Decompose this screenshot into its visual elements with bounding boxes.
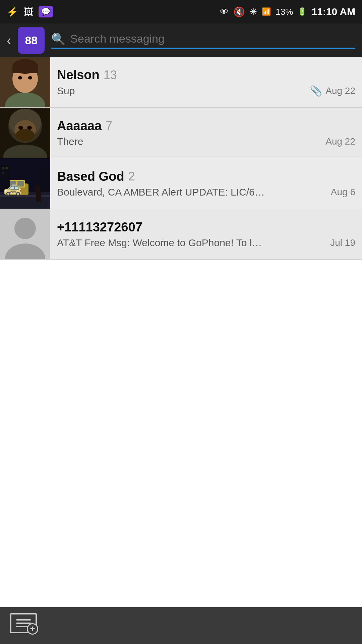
svg-rect-4 [12, 66, 38, 73]
conversation-content: +11113272607 AT&T Free Msg: Welcome to G… [50, 209, 362, 259]
bluetooth-icon: ✳ [250, 7, 257, 17]
conv-bottom: Sup 📎 Aug 22 [57, 85, 355, 97]
status-bar-left-icons: ⚡ 🖼 💬 [7, 6, 53, 17]
eye-icon: 👁 [220, 7, 229, 17]
svg-rect-30 [2, 172, 4, 174]
status-bar: ⚡ 🖼 💬 👁 🔇 ✳ 📶 13% 🔋 11:10 AM [0, 0, 362, 23]
contact-name: Based God [57, 169, 124, 184]
message-preview: Sup [57, 85, 275, 97]
conv-top: Nelson 13 [57, 68, 355, 82]
unread-badge: 88 [18, 27, 45, 54]
bottom-bar [0, 607, 362, 644]
svg-point-5 [18, 76, 22, 79]
contact-name: +11113272607 [57, 220, 142, 234]
svg-point-14 [16, 129, 35, 141]
list-item[interactable]: Aaaaaa 7 There Aug 22 [0, 108, 362, 158]
conversation-content: Based God 2 Boulevard, CA AMBER Alert UP… [50, 158, 362, 209]
compose-button[interactable] [10, 613, 40, 638]
message-preview: AT&T Free Msg: Welcome to GoPhone! To l… [57, 237, 275, 249]
conv-bottom: AT&T Free Msg: Welcome to GoPhone! To l…… [57, 237, 355, 249]
conv-top: Aaaaaa 7 [57, 119, 355, 133]
unread-count: 2 [128, 169, 135, 183]
svg-point-23 [5, 190, 9, 193]
message-date: Aug 6 [331, 187, 355, 198]
conversation-list: Nelson 13 Sup 📎 Aug 22 [0, 57, 362, 260]
avatar [0, 158, 50, 209]
list-item[interactable]: Nelson 13 Sup 📎 Aug 22 [0, 57, 362, 108]
conversation-content: Aaaaaa 7 There Aug 22 [50, 108, 362, 158]
svg-rect-25 [36, 192, 41, 202]
svg-rect-21 [9, 181, 16, 186]
avatar [0, 57, 50, 107]
svg-rect-18 [0, 195, 50, 197]
back-button[interactable]: ‹ [7, 33, 11, 48]
usb-icon: ⚡ [7, 6, 18, 17]
svg-rect-26 [0, 165, 10, 192]
svg-rect-27 [40, 168, 50, 192]
battery-level: 13% [276, 7, 293, 17]
conv-meta: 📎 Aug 22 [310, 85, 355, 97]
app-header: ‹ 88 🔍 [0, 23, 362, 57]
status-time: 11:10 AM [311, 6, 355, 17]
conv-meta: Aug 6 [331, 187, 355, 198]
conv-top: +11113272607 [57, 220, 355, 234]
search-input[interactable] [70, 32, 355, 45]
conv-bottom: There Aug 22 [57, 136, 355, 147]
contact-name: Aaaaaa [57, 119, 102, 133]
status-bar-right-icons: 👁 🔇 ✳ 📶 13% 🔋 11:10 AM [220, 6, 355, 17]
search-bar[interactable]: 🔍 [51, 32, 355, 49]
svg-rect-29 [5, 167, 8, 169]
attachment-icon: 📎 [310, 85, 322, 97]
list-item[interactable]: Based God 2 Boulevard, CA AMBER Alert UP… [0, 158, 362, 209]
svg-point-32 [14, 218, 36, 239]
svg-point-13 [27, 126, 32, 130]
avatar [0, 108, 50, 158]
svg-rect-28 [2, 167, 4, 169]
svg-rect-22 [17, 181, 24, 186]
message-preview: Boulevard, CA AMBER Alert UPDATE: LIC/6… [57, 186, 275, 198]
list-item[interactable]: +11113272607 AT&T Free Msg: Welcome to G… [0, 209, 362, 260]
conv-top: Based God 2 [57, 169, 355, 184]
conv-bottom: Boulevard, CA AMBER Alert UPDATE: LIC/6…… [57, 186, 355, 198]
mute-icon: 🔇 [233, 6, 245, 17]
contact-name: Nelson [57, 68, 100, 82]
svg-point-6 [28, 76, 32, 79]
search-icon: 🔍 [51, 32, 65, 46]
avatar [0, 209, 50, 259]
stream-icon: 💬 [39, 6, 53, 17]
signal-icon: 📶 [262, 7, 271, 16]
message-date: Aug 22 [325, 136, 355, 147]
message-date: Jul 19 [330, 237, 355, 248]
compose-icon [10, 613, 37, 633]
svg-point-12 [18, 126, 23, 130]
conversation-content: Nelson 13 Sup 📎 Aug 22 [50, 57, 362, 107]
unread-count: 13 [104, 68, 117, 82]
battery-icon: 🔋 [298, 7, 307, 16]
conv-meta: Jul 19 [330, 237, 355, 248]
conv-meta: Aug 22 [325, 136, 355, 147]
message-preview: There [57, 136, 275, 147]
image-icon: 🖼 [24, 6, 33, 17]
message-date: Aug 22 [325, 86, 355, 96]
unread-count: 7 [106, 119, 112, 133]
